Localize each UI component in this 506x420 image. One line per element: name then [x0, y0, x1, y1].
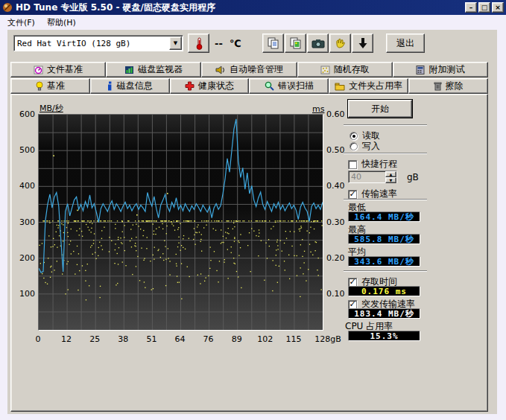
- hd-tune-window: { "window": { "title": "HD Tune 专业版 5.50…: [0, 0, 506, 420]
- client-area: Red Hat VirtIO (128 gB) ▼ -- ℃ 退出 文件基准磁盘…: [7, 30, 497, 414]
- short-stroke-label: 快捷行程: [361, 158, 397, 171]
- info-icon: [107, 81, 113, 91]
- tab-row-1: 文件基准磁盘监视器自动噪音管理随机存取附加测试: [10, 62, 488, 77]
- start-button[interactable]: 开始: [348, 100, 412, 118]
- benchmark-plot-svg: [39, 115, 323, 330]
- calculator-icon: [416, 66, 425, 74]
- tab-extra-tests[interactable]: 附加测试: [393, 62, 488, 77]
- y-left-tick: 300: [13, 217, 35, 227]
- benchmark-page: MB/秒 ms 开始 读取 写入 快捷行程 40 ▲ ▼: [10, 94, 488, 412]
- bulb-icon: [36, 81, 43, 91]
- tab-label: 附加测试: [428, 63, 464, 76]
- menu-file[interactable]: 文件(F): [1, 16, 41, 30]
- copy-image-icon: [289, 36, 303, 50]
- speaker-icon: [215, 66, 226, 74]
- x-tick: 51: [136, 334, 166, 344]
- temperature-unit: ℃: [230, 38, 241, 49]
- y-right-tick: 0.60: [326, 109, 345, 119]
- separator: [344, 153, 427, 154]
- tab-label: 文件夹占用率: [349, 80, 402, 92]
- x-tick: 0: [23, 334, 53, 344]
- x-tick: 89: [222, 334, 252, 344]
- trash-icon: [434, 81, 442, 91]
- x-tick: 76: [194, 334, 224, 344]
- y-right-tick: 0.40: [326, 181, 345, 191]
- tab-error-scan[interactable]: 错误扫描: [249, 78, 329, 94]
- tab-label: 自动噪音管理: [230, 63, 283, 76]
- separator: [344, 270, 427, 272]
- tab-label: 基准: [47, 80, 65, 92]
- copy-image-button[interactable]: [285, 34, 306, 53]
- camera-button[interactable]: [307, 34, 329, 53]
- separator: [344, 124, 427, 126]
- dots-icon: [320, 66, 330, 74]
- x-tick: 128gB: [313, 334, 343, 344]
- menu-help[interactable]: 帮助(H): [41, 16, 82, 30]
- short-stroke-checkbox[interactable]: 快捷行程: [348, 158, 397, 171]
- meter-icon: [34, 66, 43, 74]
- cross-icon: [185, 81, 195, 91]
- tab-label: 擦除: [446, 80, 464, 92]
- min-value-display: 164.4 MB/秒: [348, 211, 420, 222]
- camera-icon: [311, 38, 325, 48]
- x-tick: 115: [279, 334, 309, 344]
- chevron-down-icon[interactable]: ▼: [169, 36, 182, 50]
- minimize-button[interactable]: –: [465, 2, 477, 13]
- checkbox-checked-icon: ✓: [348, 190, 357, 199]
- tab-random-access[interactable]: 随机存取: [297, 62, 393, 77]
- hand-button[interactable]: [329, 34, 351, 53]
- drive-select-value: Red Hat VirtIO (128 gB): [14, 39, 169, 48]
- tab-folder-usage[interactable]: 文件夹占用率: [329, 78, 408, 94]
- close-button[interactable]: ×: [492, 2, 504, 13]
- drive-select[interactable]: Red Hat VirtIO (128 gB) ▼: [13, 35, 183, 51]
- tab-label: 错误扫描: [278, 80, 314, 92]
- y-right-tick: 0.10: [326, 289, 345, 299]
- tab-label: 健康状态: [198, 80, 234, 92]
- y-right-tick: 0.30: [326, 217, 345, 227]
- tab-label: 磁盘信息: [117, 80, 153, 92]
- x-tick: 38: [108, 334, 138, 344]
- tab-aam[interactable]: 自动噪音管理: [201, 62, 297, 77]
- capacity-unit: gB: [407, 172, 419, 182]
- tab-benchmark[interactable]: 基准: [10, 78, 90, 94]
- y-left-tick: 500: [13, 145, 35, 155]
- tab-label: 随机存取: [334, 63, 370, 76]
- tab-disk-monitor[interactable]: 磁盘监视器: [106, 62, 201, 77]
- tab-file-benchmark[interactable]: 文件基准: [10, 62, 106, 77]
- app-icon: [2, 2, 13, 13]
- capacity-spinner[interactable]: 40 ▲ ▼: [348, 171, 397, 183]
- max-value-display: 585.8 MB/秒: [348, 234, 420, 244]
- y-left-tick: 600: [13, 109, 35, 119]
- tab-erase[interactable]: 擦除: [408, 78, 488, 94]
- exit-button[interactable]: 退出: [386, 34, 425, 53]
- y-left-tick: 200: [13, 253, 35, 263]
- hand-icon: [334, 37, 347, 49]
- avg-value-display: 343.6 MB/秒: [348, 256, 420, 267]
- maximize-button[interactable]: □: [478, 2, 490, 13]
- toolbar-buttons: [262, 34, 373, 53]
- menu-bar: 文件(F) 帮助(H): [1, 15, 505, 30]
- copy-button[interactable]: [262, 34, 284, 53]
- tab-label: 文件基准: [47, 63, 83, 76]
- write-radio[interactable]: 写入: [350, 140, 380, 153]
- temperature-button[interactable]: [188, 34, 209, 53]
- y-left-tick: 100: [13, 289, 35, 299]
- tab-disk-info[interactable]: 磁盘信息: [90, 78, 170, 94]
- window-title: HD Tune 专业版 5.50 - 硬盘/固态硬盘实用程序: [16, 1, 215, 14]
- arrow-down-button[interactable]: [352, 34, 373, 53]
- write-radio-label: 写入: [362, 140, 380, 153]
- benchmark-plot: [38, 114, 323, 331]
- thermometer-icon: [195, 36, 203, 50]
- checkbox-checked-icon: ✓: [348, 278, 357, 287]
- temperature-value: --: [215, 38, 223, 49]
- folder-icon: [335, 82, 345, 91]
- tab-health[interactable]: 健康状态: [170, 78, 250, 94]
- spin-down-icon[interactable]: ▼: [385, 177, 396, 183]
- tab-label: 磁盘监视器: [138, 63, 183, 76]
- x-tick: 64: [165, 334, 195, 344]
- y-left-tick: 400: [13, 181, 35, 191]
- checkbox-unchecked-icon: [348, 160, 357, 169]
- radio-unselected-icon: [350, 142, 358, 150]
- x-tick: 25: [80, 334, 110, 344]
- spin-up-icon[interactable]: ▲: [385, 171, 396, 177]
